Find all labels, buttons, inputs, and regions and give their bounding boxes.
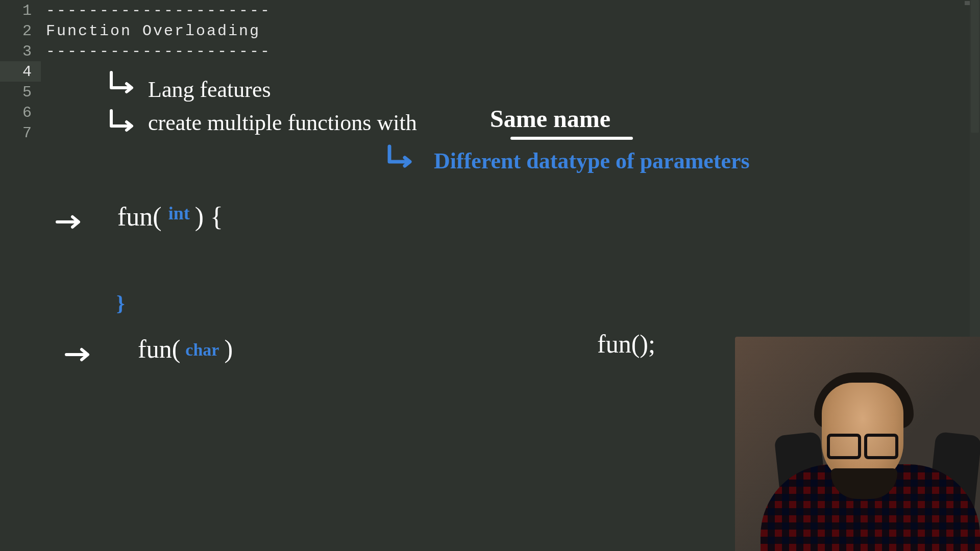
code-line-3: --------------------- <box>46 43 271 60</box>
example-2: fun( char ) <box>138 334 233 364</box>
note-bullet-1: Lang features <box>148 77 271 103</box>
code-line-1: --------------------- <box>46 2 271 19</box>
ex2-fun: fun( <box>138 335 180 363</box>
example-call: fun(); <box>597 329 655 359</box>
right-arrow-icon <box>65 347 93 362</box>
ex2-post: ) <box>224 335 233 363</box>
presenter-video <box>735 337 980 551</box>
code-line-2: Function Overloading <box>46 22 260 40</box>
line-number-3: 3 <box>6 43 32 60</box>
line-number-1: 1 <box>6 2 32 19</box>
line-number-5: 5 <box>6 84 32 101</box>
glasses-icon <box>827 434 898 453</box>
ex1-post: ) { <box>195 202 223 231</box>
note-sub-blue: Different datatype of parameters <box>434 148 750 174</box>
elbow-arrow-icon <box>107 71 138 97</box>
ex1-fun: fun( <box>117 202 168 231</box>
line-number-7: 7 <box>6 124 32 142</box>
line-number-2: 2 <box>6 22 32 40</box>
line-number-6: 6 <box>6 104 32 121</box>
note-bullet-2a: create multiple functions with <box>148 110 417 136</box>
line-number-4: 4 <box>6 63 32 81</box>
editor-gutter: 1 2 3 4 5 6 7 <box>0 0 41 551</box>
elbow-arrow-icon <box>385 145 416 171</box>
elbow-arrow-icon <box>107 110 138 135</box>
ex1-type: int <box>168 203 190 223</box>
underline-same-name <box>510 137 633 140</box>
example-1: fun( int ) { <box>117 202 223 232</box>
close-brace: } <box>116 291 125 315</box>
right-arrow-icon <box>56 214 84 230</box>
ex2-type: char <box>185 340 219 359</box>
note-bullet-2b: Same name <box>490 105 610 133</box>
scrollbar-thumb[interactable] <box>971 0 979 133</box>
